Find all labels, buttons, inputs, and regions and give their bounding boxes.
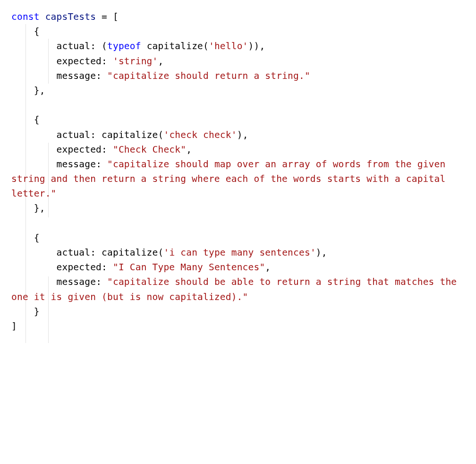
string-literal: "capitalize should return a string." — [107, 70, 310, 81]
key-actual: actual — [57, 247, 91, 258]
keyword-const: const — [11, 11, 40, 22]
string-literal: 'string' — [113, 56, 158, 67]
keyword-typeof: typeof — [107, 41, 141, 52]
string-literal: 'i can type many sentences' — [163, 247, 315, 258]
fn-capitalize: capitalize — [102, 129, 158, 140]
code-pre: const capsTests = [ { actual: (typeof ca… — [11, 9, 465, 334]
string-literal: "I Can Type Many Sentences" — [113, 262, 265, 273]
string-literal: "Check Check" — [113, 144, 186, 155]
key-message: message — [57, 276, 96, 287]
key-actual: actual — [57, 41, 91, 52]
key-expected: expected — [57, 144, 102, 155]
fn-capitalize: capitalize — [102, 247, 158, 258]
fn-capitalize: capitalize — [147, 41, 203, 52]
key-expected: expected — [57, 56, 102, 67]
key-expected: expected — [57, 262, 102, 273]
code-block: const capsTests = [ { actual: (typeof ca… — [11, 9, 465, 334]
key-actual: actual — [57, 129, 91, 140]
identifier-capstests: capsTests — [45, 11, 96, 22]
key-message: message — [57, 159, 96, 170]
string-literal: 'check check' — [163, 129, 237, 140]
key-message: message — [57, 70, 96, 81]
string-literal: 'hello' — [209, 41, 248, 52]
